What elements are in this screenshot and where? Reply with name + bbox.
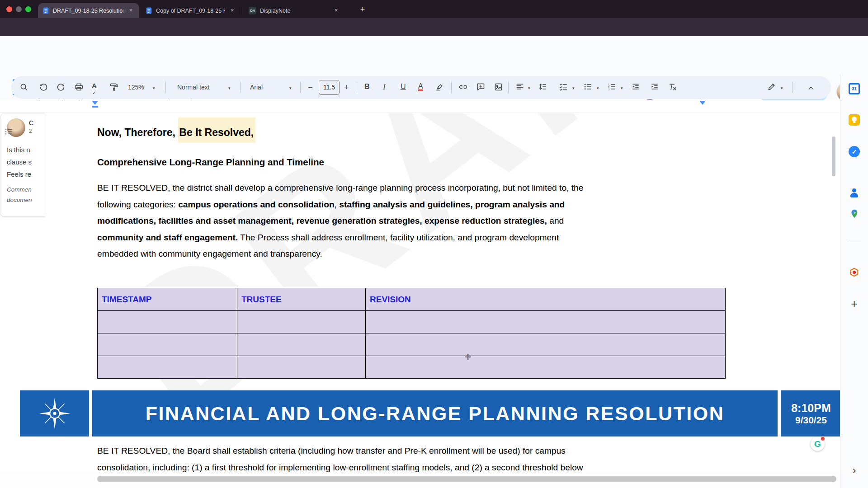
style-caret-icon[interactable]: ▾ [228,86,231,90]
spellcheck-button[interactable]: A ✓ [92,83,97,96]
keep-icon[interactable] [849,114,860,126]
google-docs-favicon [146,7,152,14]
pencil-icon [767,82,776,91]
checklist-button[interactable] [559,82,568,93]
browser-tab-3[interactable]: DN DisplayNote × [244,3,344,18]
toolbar-search-button[interactable] [19,82,28,94]
contacts-icon[interactable] [849,188,860,199]
calendar-icon[interactable]: 31 [849,83,860,94]
print-button[interactable] [74,82,84,94]
font-caret-icon[interactable]: ▾ [289,86,292,90]
browser-tab-2[interactable]: Copy of DRAFT_09-18-25 R × [141,3,241,18]
new-tab-button[interactable]: + [357,5,368,14]
checklist-icon [559,82,568,91]
window-close-button[interactable] [6,6,12,12]
clear-format-icon [668,82,677,92]
window-zoom-button[interactable] [25,6,31,12]
tab-close-icon[interactable]: × [127,7,135,14]
zoom-caret-icon[interactable]: ▾ [153,86,155,90]
redo-button[interactable] [56,82,66,94]
undo-button[interactable] [39,82,48,94]
hide-menus-button[interactable] [807,84,815,94]
zoom-select[interactable]: 125% [128,84,144,91]
table-cell[interactable] [237,356,366,379]
italic-button[interactable]: I [383,83,386,92]
editing-mode-caret-icon[interactable]: ▾ [781,86,783,90]
toolbar-separator [792,82,793,93]
get-addons-button[interactable]: + [849,298,860,310]
highlight-color-button[interactable] [435,82,444,93]
line-spacing-icon [538,82,547,91]
decrease-indent-button[interactable] [631,82,640,93]
bulleted-list-icon [583,82,592,91]
vertical-scrollbar[interactable] [832,136,835,176]
left-indent-marker[interactable] [92,101,98,105]
banner-clock-block: 8:10PM 9/30/25 [781,390,840,436]
toolbar-separator [508,82,509,93]
numbered-list-button[interactable]: 123 [607,82,616,93]
table-header-trustee[interactable]: TRUSTEE [237,288,366,311]
checklist-caret-icon[interactable]: ▾ [572,86,575,90]
tasks-icon[interactable]: ✓ [849,146,860,157]
browser-tab-1[interactable]: DRAFT_09-18-25 Resolution × [38,3,139,18]
maps-icon[interactable] [849,208,860,219]
clear-formatting-button[interactable] [668,82,677,94]
increase-indent-button[interactable] [650,82,659,93]
table-header-revision[interactable]: REVISION [366,288,726,311]
document-heading-1[interactable]: Now, Therefore, Be It Resolved, [97,127,255,139]
resolution-banner[interactable]: FINANCIAL AND LONG-RANGE PLANNING RESOLU… [20,390,840,436]
underline-button[interactable]: U [401,83,406,91]
left-margin-marker[interactable] [92,106,98,108]
font-family-select[interactable]: Arial [250,84,263,91]
align-button[interactable] [515,82,524,93]
tab-close-icon[interactable]: × [332,7,340,14]
numbered-list-icon: 123 [607,82,616,91]
svg-text:3: 3 [608,88,609,91]
table-cell[interactable] [366,311,726,333]
bulleted-caret-icon[interactable]: ▾ [597,86,599,90]
table-cell[interactable] [366,356,726,379]
insert-link-button[interactable] [458,82,468,94]
line-spacing-button[interactable] [538,82,547,93]
table-cell[interactable] [98,311,237,333]
numbered-caret-icon[interactable]: ▾ [621,86,623,90]
increase-font-button[interactable]: + [344,83,349,92]
bulleted-list-button[interactable] [583,82,592,93]
banner-title: FINANCIAL AND LONG-RANGE PLANNING RESOLU… [146,403,725,425]
table-cell[interactable] [366,333,726,356]
hide-side-panel-button[interactable]: › [849,465,860,476]
table-cell[interactable] [98,356,237,379]
bold-button[interactable]: B [364,83,370,91]
tab-title: Copy of DRAFT_09-18-25 R [156,8,225,14]
table-cell[interactable] [98,333,237,356]
paint-format-button[interactable] [109,82,119,94]
table-row [98,311,726,333]
document-page[interactable]: DRAFT Now, Therefore, Be It Resolved, Co… [0,113,840,488]
editing-mode-button[interactable] [767,82,776,93]
right-indent-marker[interactable] [699,101,706,105]
browser-window: DRAFT_09-18-25 Resolution × Copy of DRAF… [0,0,868,488]
decrease-font-button[interactable]: − [308,83,313,92]
window-minimize-button[interactable] [16,6,22,12]
font-size-input[interactable]: 11.5 [319,80,340,95]
table-header-timestamp[interactable]: TIMESTAMP [98,288,237,311]
align-caret-icon[interactable]: ▾ [528,86,530,90]
tab-close-icon[interactable]: × [228,7,236,14]
text-color-button[interactable]: A [418,83,423,91]
grammarly-icon[interactable]: G [811,437,825,451]
horizontal-scrollbar[interactable] [97,476,836,482]
ruler[interactable]: 1 2 3 4 5 6 7 8 9 10 [0,100,840,113]
text-line: modifications, facilities and asset mana… [97,213,721,230]
add-comment-button[interactable] [476,82,486,94]
document-heading-2[interactable]: Comprehensive Long-Range Planning and Ti… [97,157,324,168]
toolbar-separator [241,82,241,93]
outline-icon [5,127,13,136]
insert-image-button[interactable] [494,82,503,94]
table-cell[interactable] [237,311,366,333]
addon-icon[interactable] [849,267,860,278]
document-outline-toggle[interactable] [2,125,15,138]
chevron-up-icon [807,84,815,92]
paragraph-style-select[interactable]: Normal text [177,84,210,91]
table-cell[interactable] [237,333,366,356]
paragraph-1[interactable]: BE IT RESOLVED, the district shall devel… [97,180,721,263]
